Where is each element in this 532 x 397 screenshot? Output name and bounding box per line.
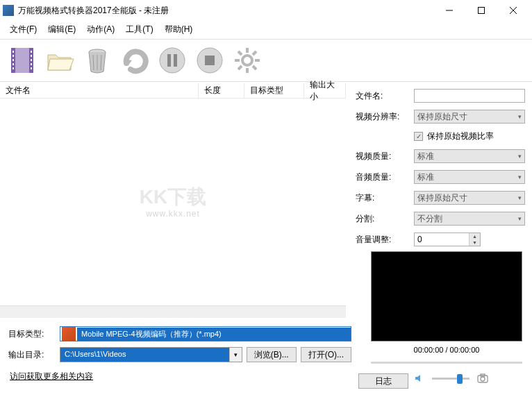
target-type-select[interactable]: Mobile MPEG-4视频编码（推荐）(*.mp4): [60, 326, 351, 341]
audio-quality-label: 音频质量:: [356, 171, 408, 183]
preview-pane: 00:00:00 / 00:00:00: [371, 251, 522, 385]
keep-ratio-checkbox[interactable]: ✓: [414, 132, 423, 141]
add-file-button[interactable]: [4, 42, 40, 78]
chevron-down-icon: ▾: [518, 153, 522, 160]
svg-rect-25: [205, 56, 215, 65]
preview-time: 00:00:00 / 00:00:00: [371, 346, 522, 354]
svg-rect-15: [31, 63, 32, 65]
col-target-type[interactable]: 目标类型: [244, 83, 304, 98]
menu-file[interactable]: 文件(F): [4, 22, 42, 37]
chevron-down-icon[interactable]: ▾: [229, 348, 242, 362]
stop-button[interactable]: [192, 42, 228, 78]
svg-point-21: [160, 48, 185, 73]
spin-down-icon[interactable]: ▼: [469, 239, 480, 246]
window-title: 万能视频格式转换器2017全能版 - 未注册: [18, 5, 433, 17]
col-output-size[interactable]: 输出大小: [304, 83, 346, 98]
minimize-button[interactable]: [433, 0, 465, 21]
volume-slider[interactable]: [432, 373, 469, 384]
app-icon: [3, 5, 14, 16]
svg-rect-1: [479, 8, 485, 14]
convert-button[interactable]: [117, 42, 153, 78]
subtitle-select[interactable]: 保持原始尺寸▾: [414, 191, 525, 205]
volume-spinner[interactable]: ▲▼: [414, 233, 481, 246]
svg-rect-12: [31, 51, 32, 53]
chevron-down-icon: ▾: [518, 113, 522, 120]
file-list-pane: 文件名 长度 目标类型 输出大小 KK下载 www.kkx.net: [0, 83, 346, 318]
svg-line-34: [238, 66, 242, 69]
open-folder-button[interactable]: [42, 42, 78, 78]
svg-line-32: [253, 66, 256, 69]
menubar: 文件(F) 编辑(E) 动作(A) 工具(T) 帮助(H): [0, 21, 532, 37]
output-dir-value: C:\Users\1\Videos: [60, 348, 229, 362]
target-type-value: Mobile MPEG-4视频编码（推荐）(*.mp4): [77, 328, 351, 341]
titlebar: 万能视频格式转换器2017全能版 - 未注册: [0, 0, 532, 21]
separator: [0, 81, 532, 82]
output-dir-label: 输出目录:: [8, 349, 54, 361]
file-list[interactable]: KK下载 www.kkx.net: [0, 99, 346, 306]
output-dir-combo[interactable]: C:\Users\1\Videos ▾: [60, 347, 242, 362]
video-quality-label: 视频质量:: [356, 151, 408, 162]
audio-quality-select[interactable]: 标准▾: [414, 170, 525, 184]
menu-tool[interactable]: 工具(T): [120, 22, 158, 37]
resolution-select[interactable]: 保持原始尺寸▾: [414, 110, 525, 124]
subtitle-label: 字幕:: [356, 192, 408, 204]
target-type-label: 目标类型:: [8, 328, 54, 340]
volume-input[interactable]: [415, 233, 469, 246]
keep-ratio-label: 保持原始视频比率: [427, 130, 494, 142]
spin-up-icon[interactable]: ▲: [469, 233, 480, 239]
volume-icon[interactable]: [413, 372, 425, 385]
split-select[interactable]: 不分割▾: [414, 212, 525, 226]
chevron-down-icon: ▾: [518, 194, 522, 201]
chevron-down-icon: ▾: [518, 174, 522, 180]
watermark-sub: www.kkx.net: [140, 209, 206, 219]
svg-line-31: [238, 51, 242, 55]
split-label: 分割:: [356, 213, 408, 225]
svg-rect-9: [13, 59, 14, 61]
svg-rect-23: [174, 54, 177, 67]
snapshot-button[interactable]: [476, 372, 489, 385]
close-button[interactable]: [497, 0, 529, 21]
svg-rect-7: [13, 51, 14, 53]
preview-video[interactable]: [371, 251, 522, 341]
format-icon: [62, 327, 76, 341]
separator: [0, 39, 532, 40]
settings-button[interactable]: [229, 42, 265, 78]
svg-rect-8: [13, 55, 14, 57]
toolbar: [0, 41, 532, 80]
svg-point-26: [242, 56, 252, 65]
volume-label: 音量调整:: [356, 234, 408, 246]
svg-point-37: [481, 377, 485, 381]
menu-help[interactable]: 帮助(H): [159, 22, 199, 37]
svg-rect-16: [31, 67, 32, 69]
more-link[interactable]: 访问获取更多相关内容: [3, 368, 357, 385]
preview-seek-slider[interactable]: [371, 357, 522, 368]
col-length[interactable]: 长度: [199, 83, 244, 98]
menu-action[interactable]: 动作(A): [81, 22, 120, 37]
svg-rect-22: [167, 54, 171, 67]
delete-button[interactable]: [79, 42, 115, 78]
browse-button[interactable]: 浏览(B)...: [247, 347, 297, 362]
col-filename[interactable]: 文件名: [0, 83, 199, 98]
pause-button[interactable]: [154, 42, 190, 78]
maximize-button[interactable]: [465, 0, 497, 21]
svg-rect-14: [31, 59, 32, 61]
svg-rect-10: [13, 63, 14, 65]
list-header: 文件名 长度 目标类型 输出大小: [0, 83, 346, 99]
filename-input[interactable]: [414, 89, 525, 103]
watermark-main: KK下载: [140, 185, 206, 209]
watermark: KK下载 www.kkx.net: [140, 185, 206, 219]
svg-rect-13: [31, 55, 32, 57]
svg-line-33: [253, 51, 256, 55]
menu-edit[interactable]: 编辑(E): [42, 22, 81, 37]
log-button[interactable]: 日志: [358, 373, 408, 389]
open-button[interactable]: 打开(O)...: [301, 347, 351, 362]
horizontal-scrollbar[interactable]: [0, 306, 346, 318]
bottom-pane: 目标类型: Mobile MPEG-4视频编码（推荐）(*.mp4) 输出目录:…: [3, 326, 357, 385]
filename-label: 文件名:: [356, 90, 408, 102]
video-quality-select[interactable]: 标准▾: [414, 149, 525, 163]
chevron-down-icon: ▾: [518, 215, 522, 222]
resolution-label: 视频分辨率:: [356, 111, 408, 123]
svg-rect-11: [13, 67, 14, 69]
